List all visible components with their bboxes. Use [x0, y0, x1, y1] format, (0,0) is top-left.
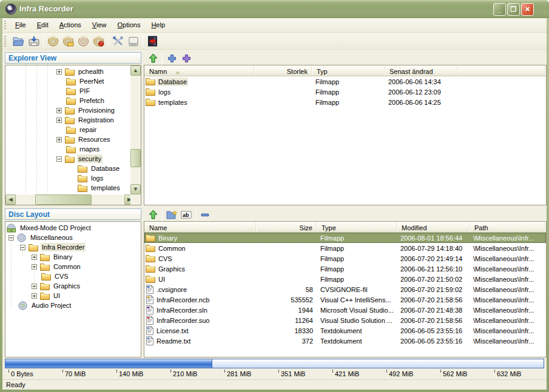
toolbar-separator [162, 209, 163, 221]
file-row-cvs[interactable]: CVSFilmapp2006-07-20 21:49:14\Miscellane… [144, 253, 546, 264]
column-header-size[interactable]: Size [256, 222, 317, 232]
tree-item-database[interactable]: Database [5, 164, 130, 173]
tree-item-prefetch[interactable]: Prefetch [5, 96, 130, 105]
file-type: Textdokument [317, 327, 397, 334]
tree-item-templates[interactable]: templates [5, 183, 130, 193]
file-row-infrarecorder-suo[interactable]: InfraRecorder.suo11264Visual Studio Solu… [144, 315, 546, 325]
explorer-file-list: NamnStorlekTypSenast ändradDatabaseFilma… [144, 65, 547, 205]
capacity-label: 281 MiB [227, 370, 251, 377]
folder-icon [146, 78, 155, 85]
device-button[interactable] [126, 34, 141, 48]
folder-icon [65, 107, 75, 115]
file-row-database[interactable]: DatabaseFilmapp2006-06-06 14:34 [144, 76, 546, 87]
column-header-namn[interactable]: Namn [144, 66, 254, 76]
expand-icon[interactable] [56, 118, 62, 123]
toolbar [2, 33, 547, 50]
expand-icon[interactable] [56, 108, 62, 113]
tree-item-provisioning[interactable]: Provisioning [5, 105, 130, 115]
tree-item-logs[interactable]: logs [5, 173, 130, 183]
column-header-storlek[interactable]: Storlek [254, 66, 312, 76]
scroll-up-icon[interactable]: ▲ [130, 65, 141, 76]
column-header-modified[interactable]: Modified [397, 222, 470, 232]
collapse-icon[interactable] [56, 156, 62, 162]
tree-item-repair[interactable]: repair [5, 125, 130, 135]
menu-edit[interactable]: Edit [32, 18, 54, 31]
add-button[interactable] [164, 53, 179, 65]
tree-item-graphics[interactable]: Graphics [5, 281, 141, 291]
tree-item-resources[interactable]: Resources [5, 135, 130, 144]
maximize-button[interactable]: ❐ [507, 3, 520, 16]
file-row-logs[interactable]: logsFilmapp2006-06-12 23:09 [144, 87, 546, 97]
column-header-type[interactable]: Type [317, 222, 397, 232]
file-row-graphics[interactable]: GraphicsFilmapp2006-06-21 12:56:10\Misce… [144, 264, 546, 274]
scroll-left-icon[interactable]: ◀ [5, 194, 16, 205]
menu-view[interactable]: View [87, 18, 112, 31]
tree-item-mixed-mode-cd-project[interactable]: Mixed-Mode CD Project [5, 223, 141, 233]
open-project-button[interactable] [11, 34, 26, 48]
column-header-blank[interactable] [457, 66, 545, 76]
add-all-button[interactable] [179, 53, 194, 65]
burn-image-button[interactable] [61, 34, 76, 48]
file-row-binary[interactable]: BinaryFilmapp2006-08-01 18:56:44\Miscell… [144, 233, 546, 243]
toolbar-separator [43, 35, 44, 47]
tree-item-ui[interactable]: UI [5, 291, 141, 301]
toolbar-gripper[interactable] [4, 36, 6, 47]
tree-item-rnapxs[interactable]: rnapxs [5, 144, 130, 154]
tree-item-audio-project[interactable]: Audio Project [5, 301, 141, 310]
tree-item-security[interactable]: security [5, 154, 130, 164]
rename-button[interactable]: ab [179, 209, 194, 221]
column-header-senast-ndrad[interactable]: Senast ändrad [385, 66, 457, 76]
new-folder-button[interactable] [164, 209, 179, 221]
exit-button[interactable] [145, 34, 160, 48]
file-type: Filmapp [317, 276, 397, 283]
tree-item-miscellaneous[interactable]: Miscellaneous [5, 233, 141, 242]
erase-disc-button[interactable] [91, 34, 106, 48]
file-row--cvsignore[interactable]: .cvsignore58CVSIGNORE-fil2006-07-20 21:5… [144, 284, 546, 294]
file-row-readme-txt[interactable]: Readme.txt372Textdokument2006-06-05 23:5… [144, 336, 546, 346]
minimize-button[interactable]: _ [493, 3, 506, 16]
column-header-name[interactable]: Name [144, 222, 256, 232]
tree-guide-line [47, 65, 48, 194]
copy-disc-button[interactable] [76, 34, 91, 48]
scroll-down-icon[interactable]: ▼ [130, 184, 141, 194]
file-row-templates[interactable]: templatesFilmapp2006-06-06 14:25 [144, 97, 546, 107]
file-type: Visual Studio Solution ... [317, 317, 397, 324]
tree-item-infra-recorder[interactable]: Infra Recorder [5, 242, 141, 252]
file-row-license-txt[interactable]: License.txt18330Textdokument2006-06-05 2… [144, 325, 546, 336]
menu-options[interactable]: Options [112, 18, 146, 31]
tree-item-common[interactable]: Common [5, 262, 141, 271]
tools-button[interactable] [110, 34, 126, 48]
file-row-common[interactable]: CommonFilmapp2006-07-29 14:18:40\Miscell… [144, 243, 546, 253]
file-row-infrarecorder-ncb[interactable]: InfraRecorder.ncb535552Visual C++ Intell… [144, 294, 546, 305]
horizontal-scrollbar[interactable]: ◀▶ [5, 194, 135, 205]
menu-gripper[interactable] [4, 21, 6, 30]
horizontal-scroll-thumb[interactable] [35, 194, 92, 205]
tree-item-registration[interactable]: Registration [5, 115, 130, 125]
file-row-infrarecorder-sln[interactable]: InfraRecorder.sln1944Microsoft Visual St… [144, 305, 546, 315]
column-header-typ[interactable]: Typ [312, 66, 385, 76]
tree-item-cvs[interactable]: CVS [5, 271, 141, 281]
menu-actions[interactable]: Actions [54, 18, 87, 31]
tree-item-pif[interactable]: PIF [5, 86, 130, 96]
capacity-label: 351 MiB [281, 370, 305, 377]
save-project-button[interactable] [26, 34, 41, 48]
expand-icon[interactable] [56, 69, 62, 75]
tree-item-binary[interactable]: Binary [5, 252, 141, 262]
tree-item-peernet[interactable]: PeerNet [5, 76, 130, 86]
file-path: \Miscellaneous\Infr... [470, 255, 545, 262]
menu-file[interactable]: File [10, 18, 32, 31]
menu-help[interactable]: Help [146, 18, 170, 31]
sln-file-icon [146, 305, 153, 314]
folder-icon [66, 78, 76, 85]
column-header-path[interactable]: Path [470, 222, 545, 232]
close-button[interactable]: ✕ [521, 3, 534, 16]
expand-icon[interactable] [56, 137, 62, 142]
vertical-scrollbar[interactable]: ▲▼ [130, 65, 141, 194]
vertical-scroll-thumb[interactable] [130, 149, 141, 167]
up-folder-button[interactable] [146, 209, 160, 221]
file-row-ui[interactable]: UIFilmapp2006-07-20 21:50:02\Miscellaneo… [144, 274, 546, 284]
up-folder-button[interactable] [146, 53, 160, 65]
burn-compilation-button[interactable] [45, 34, 61, 48]
remove-button[interactable] [198, 209, 212, 221]
tree-item-pchealth[interactable]: pchealth [5, 67, 130, 76]
